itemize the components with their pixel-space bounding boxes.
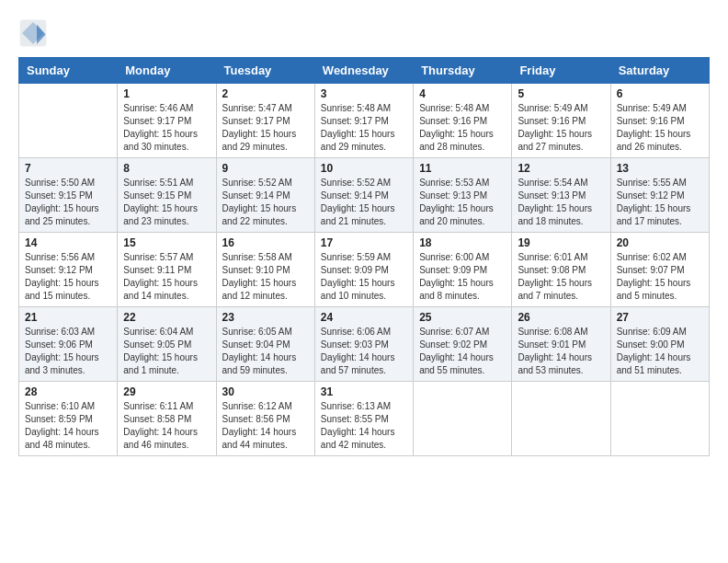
- day-number: 26: [518, 311, 604, 324]
- weekday-header-cell: Tuesday: [216, 58, 314, 84]
- calendar-day-cell: 10Sunrise: 5:52 AMSunset: 9:14 PMDayligh…: [314, 158, 413, 233]
- weekday-header-cell: Sunday: [19, 58, 118, 84]
- day-info: Sunrise: 6:06 AMSunset: 9:03 PMDaylight:…: [321, 326, 407, 377]
- day-info: Sunrise: 5:49 AMSunset: 9:16 PMDaylight:…: [518, 102, 604, 154]
- day-info: Sunrise: 5:47 AMSunset: 9:17 PMDaylight:…: [222, 102, 309, 154]
- day-info: Sunrise: 5:50 AMSunset: 9:15 PMDaylight:…: [25, 177, 111, 228]
- day-number: 13: [617, 162, 703, 175]
- day-number: 15: [123, 236, 210, 249]
- calendar-header: SundayMondayTuesdayWednesdayThursdayFrid…: [19, 58, 710, 84]
- day-info: Sunrise: 6:04 AMSunset: 9:05 PMDaylight:…: [123, 326, 210, 377]
- calendar-day-cell: [19, 84, 118, 158]
- day-info: Sunrise: 5:48 AMSunset: 9:16 PMDaylight:…: [419, 102, 506, 154]
- calendar-day-cell: 4Sunrise: 5:48 AMSunset: 9:16 PMDaylight…: [414, 84, 512, 158]
- weekday-header-cell: Thursday: [414, 58, 512, 84]
- calendar-day-cell: 23Sunrise: 6:05 AMSunset: 9:04 PMDayligh…: [216, 307, 314, 382]
- calendar-day-cell: 6Sunrise: 5:49 AMSunset: 9:16 PMDaylight…: [610, 84, 709, 158]
- day-number: 14: [25, 236, 111, 249]
- calendar-day-cell: 29Sunrise: 6:11 AMSunset: 8:58 PMDayligh…: [118, 382, 216, 456]
- weekday-header-cell: Monday: [118, 58, 216, 84]
- day-number: 12: [518, 162, 604, 175]
- day-number: 24: [321, 311, 407, 324]
- day-info: Sunrise: 6:02 AMSunset: 9:07 PMDaylight:…: [617, 251, 703, 303]
- calendar-day-cell: [414, 382, 512, 456]
- day-number: 16: [222, 236, 309, 249]
- day-number: 2: [222, 87, 309, 100]
- calendar-day-cell: 8Sunrise: 5:51 AMSunset: 9:15 PMDaylight…: [118, 158, 216, 233]
- calendar-day-cell: 20Sunrise: 6:02 AMSunset: 9:07 PMDayligh…: [610, 233, 709, 307]
- calendar-day-cell: 26Sunrise: 6:08 AMSunset: 9:01 PMDayligh…: [512, 307, 610, 382]
- day-info: Sunrise: 6:00 AMSunset: 9:09 PMDaylight:…: [419, 251, 506, 303]
- calendar-day-cell: 1Sunrise: 5:46 AMSunset: 9:17 PMDaylight…: [118, 84, 216, 158]
- calendar-day-cell: 15Sunrise: 5:57 AMSunset: 9:11 PMDayligh…: [118, 233, 216, 307]
- calendar-day-cell: 30Sunrise: 6:12 AMSunset: 8:56 PMDayligh…: [216, 382, 314, 456]
- day-info: Sunrise: 5:52 AMSunset: 9:14 PMDaylight:…: [321, 177, 407, 228]
- day-number: 20: [617, 236, 703, 249]
- calendar-day-cell: 2Sunrise: 5:47 AMSunset: 9:17 PMDaylight…: [216, 84, 314, 158]
- calendar-table: SundayMondayTuesdayWednesdayThursdayFrid…: [18, 57, 710, 456]
- day-number: 3: [321, 87, 407, 100]
- day-info: Sunrise: 6:07 AMSunset: 9:02 PMDaylight:…: [419, 326, 506, 377]
- day-number: 27: [617, 311, 703, 324]
- day-info: Sunrise: 6:08 AMSunset: 9:01 PMDaylight:…: [518, 326, 604, 377]
- calendar-day-cell: 21Sunrise: 6:03 AMSunset: 9:06 PMDayligh…: [19, 307, 118, 382]
- day-number: 9: [222, 162, 309, 175]
- calendar-day-cell: 11Sunrise: 5:53 AMSunset: 9:13 PMDayligh…: [414, 158, 512, 233]
- day-info: Sunrise: 5:59 AMSunset: 9:09 PMDaylight:…: [321, 251, 407, 303]
- day-number: 30: [222, 385, 309, 398]
- day-number: 23: [222, 311, 309, 324]
- calendar-day-cell: 22Sunrise: 6:04 AMSunset: 9:05 PMDayligh…: [118, 307, 216, 382]
- weekday-header-cell: Saturday: [610, 58, 709, 84]
- calendar-day-cell: 25Sunrise: 6:07 AMSunset: 9:02 PMDayligh…: [414, 307, 512, 382]
- day-info: Sunrise: 6:10 AMSunset: 8:59 PMDaylight:…: [25, 400, 111, 452]
- day-number: 1: [123, 87, 210, 100]
- day-number: 4: [419, 87, 506, 100]
- day-number: 11: [419, 162, 506, 175]
- calendar-day-cell: 12Sunrise: 5:54 AMSunset: 9:13 PMDayligh…: [512, 158, 610, 233]
- day-number: 21: [25, 311, 111, 324]
- day-info: Sunrise: 6:13 AMSunset: 8:55 PMDaylight:…: [321, 400, 407, 452]
- day-number: 7: [25, 162, 111, 175]
- day-info: Sunrise: 6:11 AMSunset: 8:58 PMDaylight:…: [123, 400, 210, 452]
- calendar-day-cell: 18Sunrise: 6:00 AMSunset: 9:09 PMDayligh…: [414, 233, 512, 307]
- calendar-day-cell: 17Sunrise: 5:59 AMSunset: 9:09 PMDayligh…: [314, 233, 413, 307]
- day-info: Sunrise: 6:01 AMSunset: 9:08 PMDaylight:…: [518, 251, 604, 303]
- day-info: Sunrise: 6:05 AMSunset: 9:04 PMDaylight:…: [222, 326, 309, 377]
- calendar-week-row: 1Sunrise: 5:46 AMSunset: 9:17 PMDaylight…: [19, 84, 710, 158]
- day-info: Sunrise: 5:48 AMSunset: 9:17 PMDaylight:…: [321, 102, 407, 154]
- day-info: Sunrise: 6:09 AMSunset: 9:00 PMDaylight:…: [617, 326, 703, 377]
- day-info: Sunrise: 5:55 AMSunset: 9:12 PMDaylight:…: [617, 177, 703, 228]
- calendar-day-cell: 5Sunrise: 5:49 AMSunset: 9:16 PMDaylight…: [512, 84, 610, 158]
- day-info: Sunrise: 6:03 AMSunset: 9:06 PMDaylight:…: [25, 326, 111, 377]
- day-info: Sunrise: 5:52 AMSunset: 9:14 PMDaylight:…: [222, 177, 309, 228]
- calendar-week-row: 28Sunrise: 6:10 AMSunset: 8:59 PMDayligh…: [19, 382, 710, 456]
- calendar-body: 1Sunrise: 5:46 AMSunset: 9:17 PMDaylight…: [19, 84, 710, 456]
- calendar-day-cell: 28Sunrise: 6:10 AMSunset: 8:59 PMDayligh…: [19, 382, 118, 456]
- day-info: Sunrise: 6:12 AMSunset: 8:56 PMDaylight:…: [222, 400, 309, 452]
- calendar-day-cell: 27Sunrise: 6:09 AMSunset: 9:00 PMDayligh…: [610, 307, 709, 382]
- day-info: Sunrise: 5:49 AMSunset: 9:16 PMDaylight:…: [617, 102, 703, 154]
- calendar-week-row: 21Sunrise: 6:03 AMSunset: 9:06 PMDayligh…: [19, 307, 710, 382]
- day-number: 28: [25, 385, 111, 398]
- calendar-day-cell: 3Sunrise: 5:48 AMSunset: 9:17 PMDaylight…: [314, 84, 413, 158]
- calendar-day-cell: 31Sunrise: 6:13 AMSunset: 8:55 PMDayligh…: [314, 382, 413, 456]
- weekday-header-row: SundayMondayTuesdayWednesdayThursdayFrid…: [19, 58, 710, 84]
- day-number: 17: [321, 236, 407, 249]
- day-number: 22: [123, 311, 210, 324]
- day-number: 19: [518, 236, 604, 249]
- calendar-day-cell: 9Sunrise: 5:52 AMSunset: 9:14 PMDaylight…: [216, 158, 314, 233]
- calendar-day-cell: 7Sunrise: 5:50 AMSunset: 9:15 PMDaylight…: [19, 158, 118, 233]
- calendar-day-cell: 24Sunrise: 6:06 AMSunset: 9:03 PMDayligh…: [314, 307, 413, 382]
- calendar-day-cell: 16Sunrise: 5:58 AMSunset: 9:10 PMDayligh…: [216, 233, 314, 307]
- calendar-day-cell: 13Sunrise: 5:55 AMSunset: 9:12 PMDayligh…: [610, 158, 709, 233]
- calendar-day-cell: [610, 382, 709, 456]
- day-number: 25: [419, 311, 506, 324]
- day-info: Sunrise: 5:56 AMSunset: 9:12 PMDaylight:…: [25, 251, 111, 303]
- calendar-day-cell: 14Sunrise: 5:56 AMSunset: 9:12 PMDayligh…: [19, 233, 118, 307]
- day-number: 29: [123, 385, 210, 398]
- day-info: Sunrise: 5:57 AMSunset: 9:11 PMDaylight:…: [123, 251, 210, 303]
- day-info: Sunrise: 5:58 AMSunset: 9:10 PMDaylight:…: [222, 251, 309, 303]
- day-info: Sunrise: 5:46 AMSunset: 9:17 PMDaylight:…: [123, 102, 210, 154]
- day-number: 10: [321, 162, 407, 175]
- day-number: 18: [419, 236, 506, 249]
